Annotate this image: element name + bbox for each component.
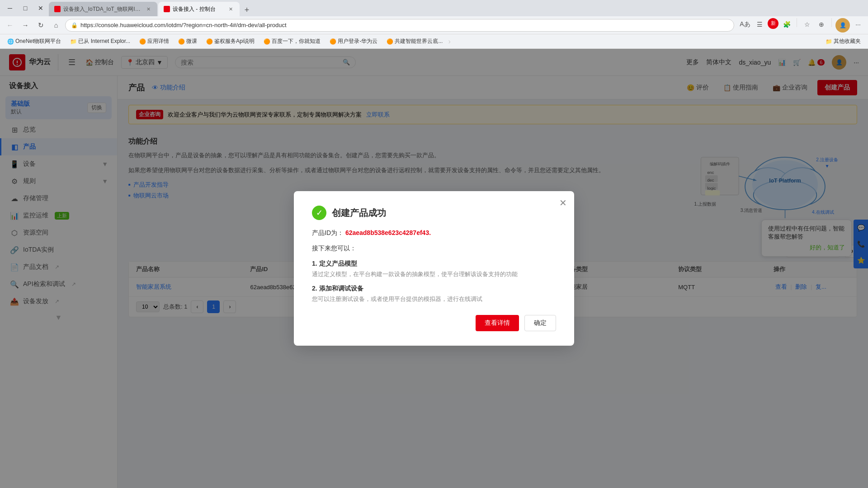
more-options-icon[interactable]: ··· [852, 18, 864, 31]
baidu-icon: 🟠 [264, 38, 270, 45]
browser-tab-2[interactable]: 设备接入 - 控制台 ✕ [158, 2, 240, 16]
modal-close-button[interactable]: ✕ [559, 198, 567, 207]
folder-icon: 📁 [70, 38, 76, 45]
step1-desc: 通过定义模型，在平台构建一款设备的抽象模型，使平台理解该设备支持的功能 [312, 270, 556, 279]
browser-titlebar: ─ □ ✕ 设备接入_IoTDA_IoT_物联网IoT平... ✕ 设备接入 -… [0, 0, 868, 16]
modal-overlay: ✕ ✓ 创建产品成功 产品ID为： 62aead8b538e623c4287ef… [0, 49, 868, 488]
maximize-button[interactable]: □ [19, 2, 32, 14]
cloud-icon: 🟠 [387, 38, 393, 45]
app-icon: 🟠 [139, 38, 146, 45]
forward-button[interactable]: → [19, 19, 32, 32]
modal-step-2: 2. 添加和调试设备 您可以注册测试设备，或者使用平台提供的模拟器，进行在线调试 [312, 285, 556, 304]
window-controls: ─ □ ✕ [4, 2, 47, 14]
tab2-favicon [164, 6, 170, 12]
bookmark-mooc[interactable]: 🟠 微课 [175, 37, 201, 46]
huawei-login-icon: 🟠 [330, 38, 336, 45]
product-id-label: 产品ID为： [312, 229, 344, 236]
browser-addressbar: ← → ↻ ⌂ 🔒 https://console.huaweicloud.co… [0, 16, 868, 34]
bookmark-other-folders[interactable]: 📁 其他收藏夹 [822, 37, 864, 46]
home-button[interactable]: ⌂ [50, 19, 62, 32]
bookmark-ie[interactable]: 📁 已从 Internet Explor... [66, 37, 134, 46]
browser-avatar[interactable]: 👤 [835, 18, 850, 33]
modal-product-id-row: 产品ID为： 62aead8b538e623c4287ef43. [312, 229, 556, 237]
other-folders-icon: 📁 [826, 38, 832, 45]
success-modal: ✕ ✓ 创建产品成功 产品ID为： 62aead8b538e623c4287ef… [294, 191, 574, 346]
url-bar[interactable]: 🔒 https://console.huaweicloud.com/iotdm/… [65, 19, 734, 32]
modal-title: 创建产品成功 [332, 207, 386, 219]
tab1-favicon [54, 6, 61, 12]
favorites-icon[interactable]: ☆ [801, 18, 813, 31]
refresh-button[interactable]: ↻ [34, 19, 47, 32]
modal-step-1: 1. 定义产品模型 通过定义模型，在平台构建一款设备的抽象模型，使平台理解该设备… [312, 260, 556, 279]
minimize-button[interactable]: ─ [4, 2, 16, 14]
bookmark-huawei-login[interactable]: 🟠 用户登录-华为云 [326, 37, 381, 46]
back-button[interactable]: ← [4, 19, 16, 32]
bookmark-huawei-cloud[interactable]: 🟠 共建智能世界云底... [383, 37, 446, 46]
url-text: https://console.huaweicloud.com/iotdm/?r… [80, 22, 728, 28]
collections-icon[interactable]: ⊕ [815, 18, 828, 31]
step2-title: 2. 添加和调试设备 [312, 285, 556, 293]
translate-icon[interactable]: Aあ [739, 18, 751, 31]
step2-desc: 您可以注册测试设备，或者使用平台提供的模拟器，进行在线调试 [312, 295, 556, 304]
address-bar-icons: Aあ ☰ 新 🧩 ☆ ⊕ 👤 ··· [739, 18, 864, 33]
confirm-button[interactable]: 确定 [524, 315, 556, 331]
product-id-value: 62aead8b538e623c4287ef43. [345, 229, 431, 236]
success-icon: ✓ [312, 206, 326, 220]
step1-title: 1. 定义产品模型 [312, 260, 556, 268]
huawei-icon[interactable]: 新 [768, 18, 778, 29]
modal-footer: 查看详情 确定 [312, 315, 556, 331]
tab2-close[interactable]: ✕ [227, 5, 234, 13]
onenet-icon: 🌐 [7, 38, 14, 45]
bookmarks-bar: 🌐 OneNet物联网平台 📁 已从 Internet Explor... 🟠 … [0, 34, 868, 49]
extensions-icon[interactable]: 🧩 [780, 18, 793, 31]
modal-header: ✓ 创建产品成功 [312, 206, 556, 220]
bookmark-onenet[interactable]: 🌐 OneNet物联网平台 [4, 37, 65, 46]
tabs-bar: 设备接入_IoTDA_IoT_物联网IoT平... ✕ 设备接入 - 控制台 ✕… [49, 0, 864, 16]
close-button[interactable]: ✕ [34, 2, 47, 14]
browser-chrome: ─ □ ✕ 设备接入_IoTDA_IoT_物联网IoT平... ✕ 设备接入 -… [0, 0, 868, 49]
modal-next-steps-title: 接下来您可以： [312, 244, 556, 253]
view-detail-button[interactable]: 查看详情 [476, 315, 519, 331]
reading-mode-icon[interactable]: ☰ [753, 18, 766, 31]
bookmark-separator: › [448, 38, 450, 46]
browser-tab-1[interactable]: 设备接入_IoTDA_IoT_物联网IoT平... ✕ [49, 2, 157, 16]
mooc-icon: 🟠 [178, 38, 184, 45]
tab2-title: 设备接入 - 控制台 [173, 5, 224, 13]
tab1-close[interactable]: ✕ [145, 5, 152, 13]
bookmark-app[interactable]: 🟠 应用详情 [136, 37, 173, 46]
bookmark-api[interactable]: 🟠 鉴权服务Api说明 [203, 37, 258, 46]
tab1-title: 设备接入_IoTDA_IoT_物联网IoT平... [63, 5, 142, 13]
api-icon: 🟠 [206, 38, 212, 45]
bookmark-baidu[interactable]: 🟠 百度一下，你就知道 [260, 37, 324, 46]
new-tab-button[interactable]: + [241, 4, 253, 16]
